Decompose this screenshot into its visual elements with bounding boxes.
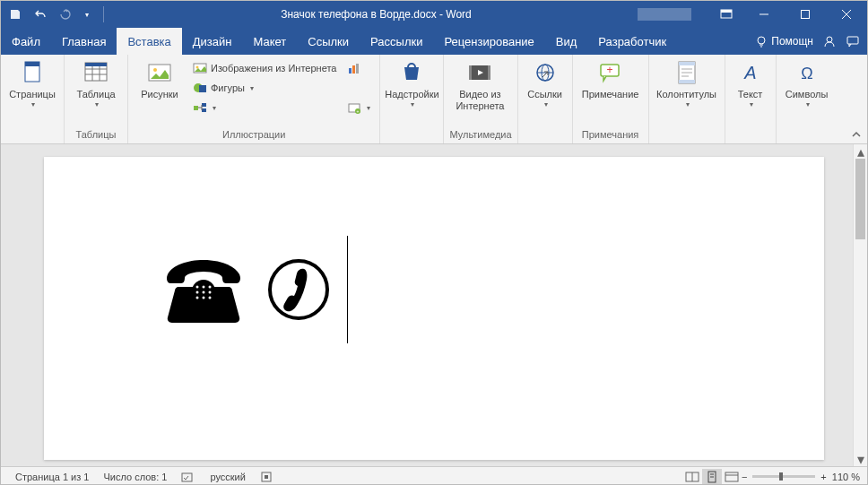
tell-me[interactable]: Помощн — [755, 35, 813, 48]
undo-icon[interactable] — [33, 7, 48, 22]
pictures-button[interactable]: Рисунки — [134, 56, 186, 100]
account-area — [638, 8, 691, 21]
redo-icon[interactable] — [58, 7, 73, 22]
print-layout-icon[interactable] — [702, 469, 722, 485]
vertical-scrollbar[interactable]: ▴ ▾ — [853, 144, 867, 466]
svg-rect-10 — [847, 37, 858, 44]
zoom-slider[interactable]: − + — [742, 472, 827, 482]
table-button[interactable]: Таблица ▾ — [70, 56, 122, 109]
svg-rect-24 — [199, 85, 206, 92]
tab-review[interactable]: Рецензирование — [433, 28, 544, 55]
quick-access-toolbar: ▾ — [1, 1, 115, 28]
save-icon[interactable] — [8, 7, 22, 22]
addins-button[interactable]: Надстройки ▾ — [386, 56, 438, 109]
tab-references[interactable]: Ссылки — [297, 28, 360, 55]
symbols-button[interactable]: Ω Символы ▾ — [782, 56, 832, 109]
group-illustrations: Рисунки Изображения из Интернета Фигуры … — [128, 55, 380, 143]
scroll-down-icon[interactable]: ▾ — [854, 452, 867, 466]
chart-button[interactable] — [343, 59, 374, 77]
group-links: Ссылки ▾ — [518, 55, 573, 143]
links-button[interactable]: Ссылки ▾ — [524, 56, 567, 109]
screenshot-icon: + — [347, 100, 361, 115]
phone-classic-icon — [161, 255, 247, 325]
pictures-label: Рисунки — [141, 89, 178, 100]
macro-icon[interactable] — [253, 471, 280, 483]
group-tables: Таблица ▾ Таблицы — [65, 55, 128, 143]
share-icon[interactable] — [822, 34, 837, 48]
video-label: Видео из Интернета — [449, 89, 510, 112]
text-label: Текст — [738, 89, 763, 100]
tab-developer[interactable]: Разработчик — [587, 28, 677, 55]
comments-icon[interactable] — [846, 34, 860, 48]
group-label: Таблицы — [70, 127, 122, 143]
word-count[interactable]: Число слов: 1 — [96, 472, 174, 482]
smartart-button[interactable]: ▾ — [189, 99, 340, 117]
tell-me-label: Помощн — [771, 35, 813, 48]
pages-label: Страницы — [9, 89, 56, 100]
group-media: Видео из Интернета Мультимедиа — [444, 55, 517, 143]
online-pictures-button[interactable]: Изображения из Интернета — [189, 59, 340, 77]
read-mode-icon[interactable] — [682, 469, 702, 485]
page[interactable] — [44, 157, 824, 460]
smartart-icon — [193, 100, 207, 115]
proofing-icon[interactable] — [174, 471, 203, 483]
collapse-ribbon-icon[interactable] — [851, 129, 862, 140]
svg-point-53 — [209, 286, 212, 289]
scroll-up-icon[interactable]: ▴ — [854, 144, 867, 159]
window-controls — [743, 1, 867, 28]
group-text: A Текст ▾ — [725, 55, 777, 143]
svg-rect-27 — [202, 108, 206, 112]
shapes-icon — [193, 81, 207, 95]
pages-button[interactable]: Страницы ▾ — [6, 56, 58, 109]
qat-more-icon[interactable]: ▾ — [85, 11, 89, 19]
tab-layout[interactable]: Макет — [242, 28, 297, 55]
svg-rect-43 — [679, 62, 695, 65]
page-indicator[interactable]: Страница 1 из 1 — [8, 472, 96, 482]
group-label — [655, 127, 719, 143]
language-indicator[interactable]: русский — [203, 472, 252, 482]
svg-rect-28 — [349, 68, 352, 74]
maximize-button[interactable] — [785, 1, 826, 28]
tab-insert[interactable]: Вставка — [117, 28, 181, 55]
tab-view[interactable]: Вид — [545, 28, 588, 55]
minimize-button[interactable] — [743, 1, 785, 28]
svg-rect-36 — [488, 65, 490, 80]
zoom-out-icon[interactable]: − — [742, 472, 747, 482]
svg-point-20 — [153, 68, 157, 72]
zoom-value[interactable]: 110 % — [827, 472, 860, 482]
slider-thumb[interactable] — [779, 472, 783, 481]
ribbon-display-icon[interactable] — [709, 9, 743, 20]
screenshot-button[interactable]: + ▾ — [343, 99, 374, 117]
text-button[interactable]: A Текст ▾ — [731, 56, 770, 109]
tab-home[interactable]: Главная — [51, 28, 117, 55]
svg-rect-29 — [352, 65, 355, 74]
comment-button[interactable]: + Примечание — [578, 56, 643, 100]
addins-label: Надстройки — [385, 89, 438, 100]
web-layout-icon[interactable] — [722, 469, 742, 485]
svg-rect-44 — [679, 80, 695, 83]
svg-point-51 — [196, 286, 199, 289]
symbols-label: Символы — [786, 89, 829, 100]
comment-icon: + — [596, 58, 625, 87]
tab-design[interactable]: Дизайн — [182, 28, 243, 55]
spacer — [343, 79, 374, 97]
scroll-thumb[interactable] — [855, 159, 865, 239]
store-icon — [397, 58, 426, 87]
table-icon — [82, 58, 110, 87]
online-video-button[interactable]: Видео из Интернета — [449, 56, 510, 112]
tab-mailings[interactable]: Рассылки — [360, 28, 433, 55]
headers-button[interactable]: Колонтитулы ▾ — [655, 56, 719, 109]
group-label: Примечания — [578, 127, 643, 143]
headers-label: Колонтитулы — [656, 89, 716, 100]
comment-label: Примечание — [582, 89, 639, 100]
close-button[interactable] — [826, 1, 867, 28]
group-label — [782, 127, 832, 143]
svg-text:A: A — [743, 63, 756, 82]
tab-file[interactable]: Файл — [1, 28, 51, 55]
ribbon-tabs: Файл Главная Вставка Дизайн Макет Ссылки… — [1, 28, 867, 55]
svg-text:Ω: Ω — [801, 65, 812, 82]
slider-track[interactable] — [752, 475, 815, 478]
shapes-button[interactable]: Фигуры ▾ — [189, 79, 340, 97]
statusbar: Страница 1 из 1 Число слов: 1 русский − … — [1, 466, 867, 485]
svg-rect-3 — [802, 11, 810, 19]
